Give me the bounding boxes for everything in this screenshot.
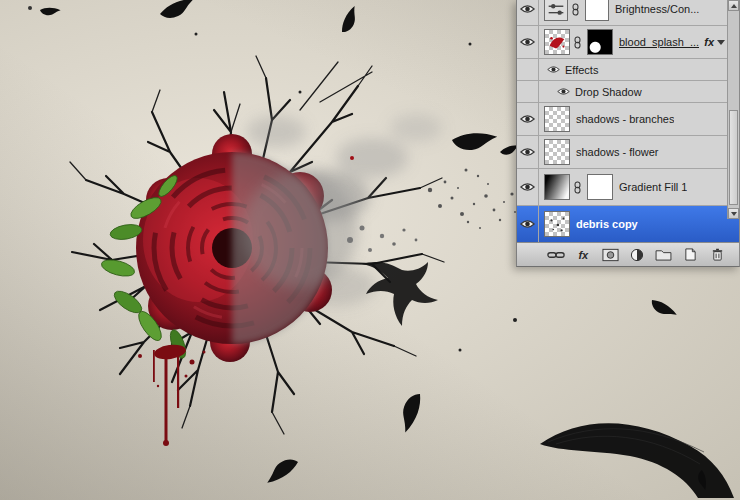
mask-link-icon xyxy=(572,36,582,49)
visibility-toggle[interactable] xyxy=(517,136,539,168)
layers-panel-toolbar: fx xyxy=(517,242,739,266)
layer-thumbnail[interactable] xyxy=(544,139,570,165)
layer-row-brightness[interactable]: Brightness/Con... xyxy=(517,0,739,26)
drop-shadow-visibility-toggle[interactable] xyxy=(557,87,570,96)
layer-row-gradient-fill[interactable]: Gradient Fill 1 xyxy=(517,169,739,206)
layers-panel: Brightness/Con... blood_splash_... fx xyxy=(516,0,740,267)
new-adjustment-layer-button[interactable] xyxy=(624,243,651,266)
visibility-toggle[interactable] xyxy=(517,206,539,242)
scroll-down-icon xyxy=(731,212,737,216)
layer-row-blood-splash[interactable]: blood_splash_... fx xyxy=(517,26,739,59)
delete-layer-button[interactable] xyxy=(704,243,731,266)
blood-splash-thumb-art xyxy=(545,30,569,54)
effects-header-row[interactable]: Effects xyxy=(517,59,739,81)
debris-thumb-art xyxy=(545,212,569,236)
folder-icon xyxy=(655,248,672,261)
link-layers-button[interactable] xyxy=(543,243,570,266)
layers-scrollbar[interactable] xyxy=(727,0,739,219)
chain-link-icon xyxy=(547,249,565,261)
effect-row-drop-shadow[interactable]: Drop Shadow xyxy=(517,81,739,103)
visibility-toggle[interactable] xyxy=(517,103,539,135)
layer-name: blood_splash_... xyxy=(619,36,699,48)
eye-column-spacer xyxy=(517,81,539,102)
adjustment-layer-icon xyxy=(630,248,644,262)
effects-visibility-toggle[interactable] xyxy=(547,65,560,74)
layer-mask-thumbnail[interactable] xyxy=(587,29,613,55)
layer-thumbnail[interactable] xyxy=(544,29,570,55)
fx-icon: fx xyxy=(578,249,588,261)
fx-label: fx xyxy=(704,36,714,48)
layer-row-debris-copy[interactable]: debris copy xyxy=(517,206,739,243)
layer-row-shadows-flower[interactable]: shadows - flower xyxy=(517,136,739,169)
new-layer-icon xyxy=(684,248,697,261)
effect-name: Drop Shadow xyxy=(575,86,642,98)
layer-mask-thumbnail[interactable] xyxy=(585,0,609,21)
large-feather xyxy=(540,423,734,498)
layer-list: Brightness/Con... blood_splash_... fx xyxy=(517,0,739,243)
eye-column-spacer xyxy=(517,59,539,80)
layer-name: shadows - flower xyxy=(576,146,659,158)
scroll-down-button[interactable] xyxy=(728,208,739,219)
layer-name: shadows - branches xyxy=(576,113,674,125)
scrollbar-thumb[interactable] xyxy=(729,110,738,205)
layer-name: debris copy xyxy=(576,218,638,230)
visibility-toggle[interactable] xyxy=(517,169,539,205)
layer-style-badge[interactable]: fx xyxy=(704,36,725,48)
layer-mask-thumbnail[interactable] xyxy=(587,174,613,200)
gradient-fill-thumbnail[interactable] xyxy=(544,174,570,200)
layer-row-shadows-branches[interactable]: shadows - branches xyxy=(517,103,739,136)
layer-thumbnail[interactable] xyxy=(544,211,570,237)
rose xyxy=(136,134,358,362)
mask-link-icon xyxy=(572,181,582,194)
visibility-toggle[interactable] xyxy=(517,26,539,58)
adjustment-layer-thumbnail[interactable] xyxy=(544,0,568,21)
layer-name: Gradient Fill 1 xyxy=(619,181,687,193)
layer-thumbnail[interactable] xyxy=(544,106,570,132)
effects-label: Effects xyxy=(565,64,598,76)
mask-link-icon xyxy=(570,3,580,16)
new-layer-button[interactable] xyxy=(677,243,704,266)
layer-name: Brightness/Con... xyxy=(615,3,699,15)
sliders-icon xyxy=(545,0,567,20)
debris-spray xyxy=(347,169,516,253)
visibility-toggle[interactable] xyxy=(517,0,539,26)
new-group-button[interactable] xyxy=(650,243,677,266)
trash-icon xyxy=(711,248,724,261)
add-layer-mask-button[interactable] xyxy=(597,243,624,266)
scroll-up-button[interactable] xyxy=(728,0,739,11)
collapse-effects-icon[interactable] xyxy=(717,40,725,45)
crow-silhouette xyxy=(362,262,438,326)
scroll-up-icon xyxy=(731,4,737,8)
add-layer-style-button[interactable]: fx xyxy=(570,243,597,266)
layer-mask-icon xyxy=(602,248,619,262)
